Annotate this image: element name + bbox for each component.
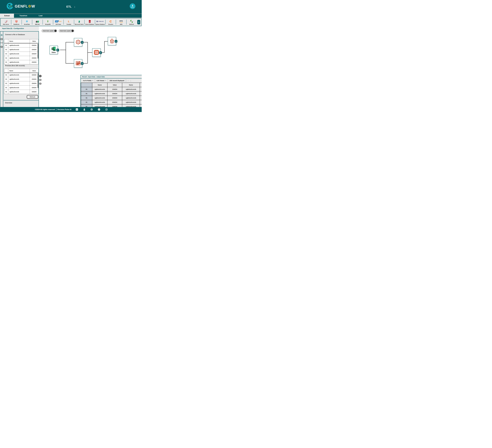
connector-teradata[interactable]: t. Teradata [64,18,74,26]
wire [87,52,92,53]
link-icon[interactable] [0,38,3,40]
node-output-port[interactable]: ❯ [56,49,59,51]
menu-icon[interactable] [39,75,41,77]
node-excel-sales-source[interactable]: X Sales ❯ [50,46,58,54]
table-row: 01sgbdushcncds234234sgbdushcncdssgbdushc… [81,100,142,104]
wire [66,42,66,63]
start-file-chip[interactable]: Start here .xymd ✕ [59,29,74,32]
data-cell: 234234 [30,43,39,47]
help-icon[interactable]: ? [0,46,3,48]
globe-icon[interactable] [91,108,93,111]
building-icon[interactable] [83,108,85,111]
node-summarize-transform[interactable]: ❯ [92,48,101,57]
node-output-port[interactable]: ❯ [81,62,83,65]
sort-up-icon[interactable]: ↑ [128,80,129,82]
data-cell: sgbdushcncds [140,104,142,107]
data-cell: sgbdushcncds [92,104,107,107]
admin-avatar-button[interactable]: Admin [130,3,135,9]
wire [104,41,105,53]
result-title: Result - Input Data - output Data [81,75,142,79]
excel-icon: X [51,47,56,51]
chevron-down-icon: ▼ [105,80,106,81]
instagram-icon[interactable] [105,108,108,111]
connector-cloudera[interactable]: C Cloudera [106,18,116,26]
linkedin-icon[interactable]: in [76,108,78,111]
connector-mongodb[interactable]: MongoDB [43,18,53,26]
node-output-port[interactable]: ❯ [115,40,117,43]
connector-snowflake[interactable]: ❄ SnowFlake [22,18,32,26]
data-cell: sgbdushcncds [92,100,107,104]
connector-label: SQL Server [3,24,9,25]
cell-viewer-dropdown[interactable]: Cell Viewer ▼ [97,80,106,81]
node-output-port[interactable]: ❯ [99,51,102,54]
brand-name: GENFL⚙W [15,4,35,9]
tab-transform[interactable]: Transfrom [14,14,33,18]
row-index-cell: 01 [81,87,92,91]
node-report-output[interactable]: ❯ [108,37,116,45]
panel-content: Connect a file or Database Name Value 01… [4,31,39,107]
node-label: Sales [52,51,56,53]
connector-aws[interactable]: aws AWS [116,18,126,26]
facebook-icon[interactable]: f [98,108,100,111]
clipboard-table-icon [109,38,115,44]
close-icon[interactable]: ✕ [54,30,56,32]
title-dropdown-arrow-icon[interactable]: ↓ [74,5,75,8]
connector-ibm-db2[interactable]: IBMDB2 IBM Db2 [32,18,42,26]
connect-subtitle: Connect a file or Database [4,31,39,36]
page-title: ETL ↓ [66,5,75,8]
window-remove-icon [75,60,81,66]
connector-label: Teradata [66,24,71,25]
table-scrollbar[interactable] [38,44,38,59]
connector-oracle-database[interactable]: Oracle Database [85,18,95,26]
ibm-db2-icon: IBMDB2 [36,20,39,23]
table-scrollbar[interactable] [38,73,38,88]
tab-extract[interactable]: Extract [0,14,14,18]
tab-load[interactable]: Load [33,14,48,18]
chevron-right-icon: ❯ [82,42,83,43]
result-panel: Result - Input Data - output Data 4 of 4… [81,75,142,107]
connector-belitsoft[interactable]: BELITSOFT Belitsoft [127,18,137,26]
fields-dropdown[interactable]: 4 of 4 Fields ▼ [83,80,93,81]
data-cell: sgbdushcncds [8,85,30,90]
connector-sybase-database[interactable]: SYBASE Sybase Database [95,18,105,26]
result-toolbar: 4 of 4 Fields ▼ Cell Viewer ▼ 230 record… [81,79,142,83]
cloudera-icon: C [110,20,112,23]
data-cell: sgbdushcncds [8,73,30,77]
connector-microsoft-fabric[interactable]: Microsoft Fabric [74,18,84,26]
node-remove-window-transform[interactable]: ❯ [74,59,82,68]
mongodb-icon [47,20,49,23]
toolbar-scroll-right-button[interactable]: ❯ [137,20,140,24]
app-header: GENFL⚙W ETL ↓ Admin [0,0,142,14]
connector-sql-server[interactable]: SQL Server [1,18,11,26]
table-header-row: Name Value [4,69,39,73]
link-icon[interactable] [39,79,41,81]
data-cell: sgbdushcncds [122,100,140,104]
table-row: 01sgbdushcncds234234 [4,77,39,81]
connector-databricks[interactable]: DataBricks [11,18,21,26]
data-cell: sgbdushcncds [122,87,140,91]
data-cell: 234234 [30,60,39,64]
table-row: 01sgbdushcncds234234 [4,56,39,60]
row-index-cell: 01 [81,100,92,104]
node-output-port[interactable]: ❯ [81,41,83,44]
node-scheduler-transform[interactable]: 00:00 ❯ [74,38,82,47]
settings-gear-icon[interactable]: ⚙ [0,34,3,36]
table-row: 01sgbdushcncds234234 [4,47,39,52]
sort-down-icon[interactable]: ↓ [130,80,131,82]
help-icon[interactable]: ? [39,83,41,85]
sap-hana-icon: SAPHANA [55,20,62,23]
handshake-icon[interactable] [0,42,3,44]
close-icon[interactable]: ✕ [72,30,74,32]
panel-title: Input Data (5) - Configuration [0,26,39,30]
refresh-button[interactable]: Refresh [27,95,38,99]
start-file-chip[interactable]: Start here .xymd ✕ [41,29,57,32]
teradata-icon: t. [68,20,70,23]
data-cell: 234234 [30,85,39,90]
flow-canvas[interactable]: Start here .xymd ✕ Start here .xymd ✕ [39,26,142,107]
connector-sap-hana[interactable]: SAPHANA SAP Hana [53,18,63,26]
data-cell: sgbdushcncds [140,100,142,104]
snowflake-icon: ❄ [26,20,28,23]
app-window: GENFL⚙W ETL ↓ Admin Extract Transfrom Lo… [0,0,142,112]
row-index-cell: 01 [4,77,8,81]
wire [102,52,104,53]
